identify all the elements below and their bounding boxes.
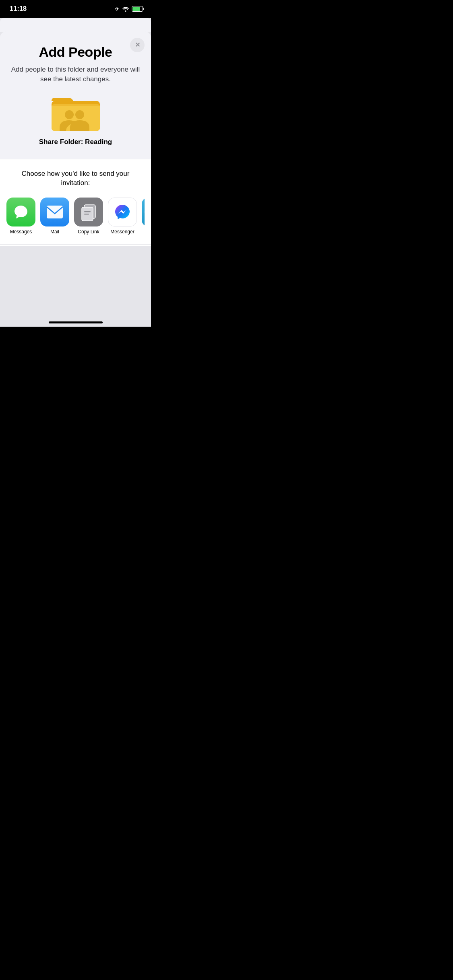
- header-section: Add People Add people to this folder and…: [0, 31, 151, 159]
- svg-point-5: [75, 110, 84, 119]
- svg-rect-9: [84, 211, 91, 212]
- folder-label: Share Folder: Reading: [39, 138, 112, 146]
- status-time: 11:18: [10, 5, 27, 13]
- battery-icon: [132, 6, 143, 12]
- status-bar: 11:18 ✈: [0, 0, 151, 18]
- telegram-logo-icon: [143, 206, 145, 218]
- svg-rect-3: [52, 104, 100, 106]
- home-indicator: [49, 321, 103, 323]
- messenger-label: Messenger: [110, 229, 134, 235]
- close-icon: ✕: [135, 42, 140, 48]
- share-app-messages[interactable]: Messages: [6, 198, 35, 235]
- share-app-mail[interactable]: Mail: [40, 198, 69, 235]
- airplane-icon: ✈: [115, 6, 120, 12]
- copylink-icon-bg: [74, 198, 103, 226]
- messenger-icon-bg: [108, 198, 137, 226]
- mail-icon-bg: [40, 198, 69, 226]
- peek-bar: [0, 18, 151, 32]
- svg-rect-6: [47, 206, 63, 218]
- messages-label: Messages: [10, 229, 32, 235]
- svg-rect-10: [84, 214, 89, 215]
- share-app-messenger[interactable]: Messenger: [108, 198, 137, 235]
- folder-container: Share Folder: Reading: [10, 94, 141, 146]
- share-section: Choose how you'd like to send your invit…: [0, 159, 151, 245]
- telegram-icon-bg: [142, 198, 145, 226]
- close-button[interactable]: ✕: [130, 38, 145, 52]
- copylink-label: Copy Link: [78, 229, 99, 235]
- telegram-label: Te…: [144, 229, 145, 235]
- wifi-icon: [122, 6, 129, 12]
- mail-envelope-icon: [46, 205, 64, 219]
- share-app-copylink[interactable]: Copy Link: [74, 198, 103, 235]
- svg-point-0: [125, 10, 126, 12]
- svg-point-4: [65, 110, 74, 119]
- copylink-pages-icon: [80, 203, 97, 221]
- subtitle: Add people to this folder and everyone w…: [10, 65, 141, 84]
- status-icons: ✈: [115, 6, 143, 12]
- mail-label: Mail: [50, 229, 59, 235]
- messages-bubble-icon: [12, 203, 30, 221]
- bottom-area: [0, 246, 151, 327]
- messenger-logo-icon: [114, 203, 131, 221]
- share-app-telegram[interactable]: Te…: [142, 198, 145, 235]
- bottom-sheet: ✕ Add People Add people to this folder a…: [0, 31, 151, 327]
- messages-icon-bg: [6, 198, 35, 226]
- main-title: Add People: [10, 44, 141, 60]
- folder-icon: [52, 94, 100, 134]
- share-apps-row: Messages Mail: [6, 198, 145, 238]
- share-title: Choose how you'd like to send your invit…: [6, 169, 145, 188]
